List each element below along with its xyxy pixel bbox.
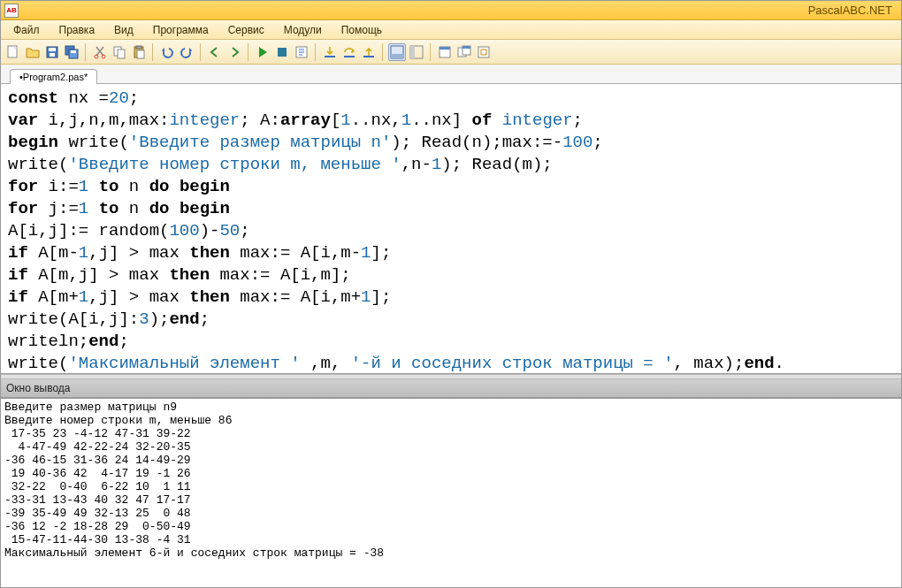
window3-icon[interactable] — [475, 43, 493, 61]
menu-bar: Файл Правка Вид Программа Сервис Модули … — [1, 20, 901, 40]
svg-rect-14 — [278, 48, 287, 57]
save-icon[interactable] — [43, 43, 61, 61]
menu-modules[interactable]: Модули — [277, 22, 329, 38]
nav-back-icon[interactable] — [206, 43, 224, 61]
output-line: 15-47-11-44-30 13-38 -4 31 — [4, 533, 191, 546]
paste-icon[interactable] — [130, 43, 148, 61]
svg-rect-17 — [344, 56, 355, 57]
svg-rect-18 — [363, 56, 374, 57]
svg-rect-2 — [49, 48, 56, 51]
output-line: 4-47-49 42-22-24 32-20-35 — [4, 440, 191, 454]
menu-file[interactable]: Файл — [6, 22, 47, 38]
output-line: 17-35 23 -4-12 47-31 39-22 — [4, 427, 191, 440]
step-over-icon[interactable] — [340, 43, 358, 61]
svg-rect-27 — [462, 46, 470, 49]
kw-var: var — [8, 111, 38, 130]
output-panel[interactable]: Введите размер матрицы n9 Введите номер … — [1, 398, 901, 587]
output-line: -36 12 -2 18-28 29 0-50-49 — [4, 520, 191, 533]
output-line: -39 35-49 49 32-13 25 0 48 — [4, 507, 191, 520]
kw-begin: begin — [8, 133, 58, 152]
menu-edit[interactable]: Правка — [52, 22, 103, 38]
open-file-icon[interactable] — [24, 43, 42, 61]
menu-view[interactable]: Вид — [107, 22, 141, 38]
copy-icon[interactable] — [111, 43, 128, 61]
title-bar: AB PascalABC.NET — [1, 1, 901, 20]
tab-bar: •Program2.pas* — [1, 65, 901, 84]
output-line: Введите номер строки m, меньше 86 — [4, 414, 232, 427]
svg-rect-20 — [391, 54, 403, 58]
menu-service[interactable]: Сервис — [221, 22, 271, 38]
menu-help[interactable]: Помощь — [334, 22, 389, 38]
redo-icon[interactable] — [178, 43, 195, 61]
svg-rect-13 — [137, 50, 144, 58]
svg-rect-16 — [325, 56, 335, 57]
app-title: PascalABC.NET — [808, 4, 898, 17]
svg-rect-24 — [440, 47, 450, 50]
svg-rect-10 — [118, 50, 125, 58]
run-icon[interactable] — [254, 43, 271, 61]
svg-rect-12 — [136, 46, 141, 49]
menu-program[interactable]: Программа — [146, 22, 216, 38]
svg-rect-22 — [410, 46, 415, 58]
stop-icon[interactable] — [273, 43, 291, 61]
output-line: -36 46-15 31-36 24 14-49-29 — [4, 454, 191, 467]
output-line: 19 40-36 42 4-17 19 -1 26 — [4, 467, 191, 480]
nav-fwd-icon[interactable] — [226, 43, 243, 61]
window2-icon[interactable] — [455, 43, 473, 61]
svg-rect-28 — [478, 47, 489, 57]
undo-icon[interactable] — [158, 43, 176, 61]
output-line: Максимальный элемент 6-й и соседних стро… — [4, 546, 384, 560]
compile-icon[interactable] — [293, 43, 310, 61]
output-line: Введите размер матрицы n9 — [4, 401, 177, 414]
svg-rect-3 — [50, 53, 55, 57]
output-panel-title: Окно вывода — [1, 379, 901, 398]
cut-icon[interactable] — [91, 43, 109, 61]
toolbar — [1, 40, 901, 65]
new-file-icon[interactable] — [4, 43, 22, 61]
step-out-icon[interactable] — [360, 43, 378, 61]
output-line: -33-31 13-43 40 32 47 17-17 — [4, 493, 191, 507]
step-into-icon[interactable] — [321, 43, 339, 61]
kw-const: const — [8, 88, 58, 108]
window1-icon[interactable] — [436, 43, 454, 61]
panel2-icon[interactable] — [408, 43, 425, 61]
save-all-icon[interactable] — [63, 43, 80, 61]
app-icon: AB — [4, 4, 19, 18]
svg-rect-6 — [71, 50, 76, 53]
output-line: 32-22 0-40 6-22 10 1 11 — [4, 480, 191, 493]
code-editor[interactable]: const nx =20; var i,j,n,m,max:integer; A… — [1, 84, 901, 374]
tab-program2[interactable]: •Program2.pas* — [10, 69, 97, 84]
panel1-icon[interactable] — [388, 43, 406, 61]
